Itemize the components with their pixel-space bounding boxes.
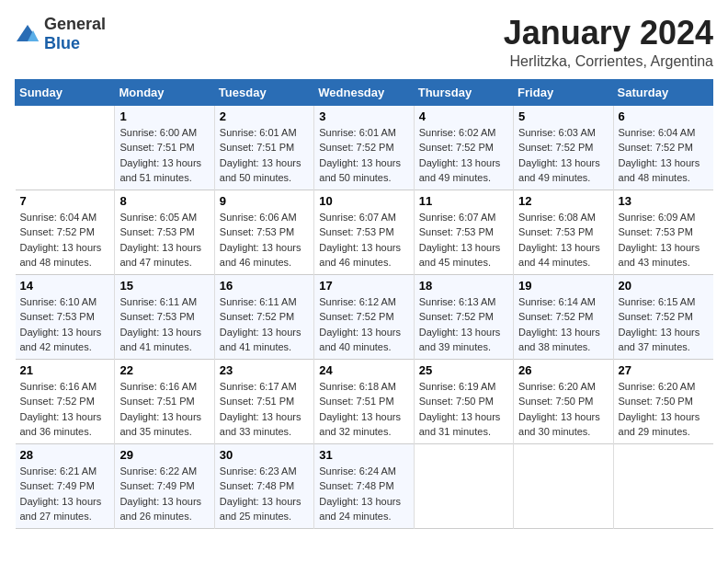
calendar-cell: 17 Sunrise: 6:12 AMSunset: 7:52 PMDaylig… [314,274,414,359]
calendar-cell: 6 Sunrise: 6:04 AMSunset: 7:52 PMDayligh… [613,105,712,190]
day-number: 11 [419,194,508,208]
day-info: Sunrise: 6:16 AMSunset: 7:51 PMDaylight:… [119,381,201,438]
day-number: 23 [220,363,309,377]
calendar-table: SundayMondayTuesdayWednesdayThursdayFrid… [15,79,713,529]
day-number: 7 [20,194,110,208]
logo-general: General [44,15,106,33]
day-number: 14 [20,279,110,293]
day-info: Sunrise: 6:22 AMSunset: 7:49 PMDaylight:… [119,465,201,523]
day-info: Sunrise: 6:01 AMSunset: 7:52 PMDaylight:… [319,127,401,184]
day-info: Sunrise: 6:06 AMSunset: 7:53 PMDaylight:… [220,212,301,269]
logo: General Blue [15,15,106,53]
week-row-3: 21 Sunrise: 6:16 AMSunset: 7:52 PMDaylig… [16,359,713,443]
calendar-cell: 10 Sunrise: 6:07 AMSunset: 7:53 PMDaylig… [314,190,414,274]
calendar-cell: 2 Sunrise: 6:01 AMSunset: 7:51 PMDayligh… [214,105,313,190]
weekday-header-wednesday: Wednesday [314,79,414,105]
day-number: 9 [220,194,309,208]
day-number: 26 [518,363,608,377]
day-info: Sunrise: 6:20 AMSunset: 7:50 PMDaylight:… [619,381,700,438]
day-info: Sunrise: 6:03 AMSunset: 7:52 PMDaylight:… [518,127,600,184]
day-info: Sunrise: 6:20 AMSunset: 7:50 PMDaylight:… [518,381,600,438]
day-number: 10 [319,194,408,208]
weekday-header-friday: Friday [514,79,613,105]
calendar-cell: 8 Sunrise: 6:05 AMSunset: 7:53 PMDayligh… [115,190,214,274]
day-number: 2 [220,109,309,123]
calendar-cell [414,443,513,528]
calendar-cell: 20 Sunrise: 6:15 AMSunset: 7:52 PMDaylig… [613,274,712,359]
calendar-cell: 18 Sunrise: 6:13 AMSunset: 7:52 PMDaylig… [414,274,513,359]
calendar-cell: 29 Sunrise: 6:22 AMSunset: 7:49 PMDaylig… [115,443,214,528]
day-info: Sunrise: 6:01 AMSunset: 7:51 PMDaylight:… [220,127,301,184]
day-info: Sunrise: 6:17 AMSunset: 7:51 PMDaylight:… [220,381,301,438]
calendar-cell: 22 Sunrise: 6:16 AMSunset: 7:51 PMDaylig… [115,359,214,443]
day-number: 5 [518,109,608,123]
calendar-cell: 15 Sunrise: 6:11 AMSunset: 7:53 PMDaylig… [115,274,214,359]
calendar-cell: 23 Sunrise: 6:17 AMSunset: 7:51 PMDaylig… [214,359,313,443]
day-number: 12 [518,194,608,208]
day-number: 31 [319,448,408,462]
day-info: Sunrise: 6:24 AMSunset: 7:48 PMDaylight:… [319,465,401,523]
calendar-cell: 16 Sunrise: 6:11 AMSunset: 7:52 PMDaylig… [214,274,313,359]
day-number: 13 [619,194,709,208]
calendar-cell [613,443,712,528]
calendar-cell [16,105,115,190]
weekday-header-sunday: Sunday [16,79,115,105]
day-info: Sunrise: 6:12 AMSunset: 7:52 PMDaylight:… [319,296,401,353]
day-number: 28 [20,448,110,462]
day-number: 19 [518,279,608,293]
day-info: Sunrise: 6:08 AMSunset: 7:53 PMDaylight:… [518,212,600,269]
title-block: January 2024 Herlitzka, Corrientes, Arge… [504,15,713,70]
day-info: Sunrise: 6:07 AMSunset: 7:53 PMDaylight:… [319,212,401,269]
day-info: Sunrise: 6:09 AMSunset: 7:53 PMDaylight:… [619,212,700,269]
page-header: General Blue January 2024 Herlitzka, Cor… [15,15,713,70]
calendar-cell: 9 Sunrise: 6:06 AMSunset: 7:53 PMDayligh… [214,190,313,274]
calendar-cell: 4 Sunrise: 6:02 AMSunset: 7:52 PMDayligh… [414,105,513,190]
day-number: 16 [220,279,309,293]
day-info: Sunrise: 6:04 AMSunset: 7:52 PMDaylight:… [20,212,102,269]
day-info: Sunrise: 6:14 AMSunset: 7:52 PMDaylight:… [518,296,600,353]
weekday-header-thursday: Thursday [414,79,513,105]
day-number: 27 [619,363,709,377]
day-number: 30 [220,448,309,462]
calendar-cell: 3 Sunrise: 6:01 AMSunset: 7:52 PMDayligh… [314,105,414,190]
calendar-cell: 27 Sunrise: 6:20 AMSunset: 7:50 PMDaylig… [613,359,712,443]
day-info: Sunrise: 6:23 AMSunset: 7:48 PMDaylight:… [220,465,301,523]
calendar-cell: 24 Sunrise: 6:18 AMSunset: 7:51 PMDaylig… [314,359,414,443]
logo-blue: Blue [44,34,80,52]
day-number: 6 [619,109,709,123]
calendar-cell: 28 Sunrise: 6:21 AMSunset: 7:49 PMDaylig… [16,443,115,528]
calendar-cell: 7 Sunrise: 6:04 AMSunset: 7:52 PMDayligh… [16,190,115,274]
week-row-0: 1 Sunrise: 6:00 AMSunset: 7:51 PMDayligh… [16,105,713,190]
calendar-cell: 11 Sunrise: 6:07 AMSunset: 7:53 PMDaylig… [414,190,513,274]
day-info: Sunrise: 6:00 AMSunset: 7:51 PMDaylight:… [119,127,201,184]
weekday-header-row: SundayMondayTuesdayWednesdayThursdayFrid… [16,79,713,105]
day-number: 29 [119,448,209,462]
calendar-cell: 25 Sunrise: 6:19 AMSunset: 7:50 PMDaylig… [414,359,513,443]
calendar-cell: 12 Sunrise: 6:08 AMSunset: 7:53 PMDaylig… [514,190,613,274]
logo-icon [15,23,40,45]
day-info: Sunrise: 6:04 AMSunset: 7:52 PMDaylight:… [619,127,700,184]
day-number: 22 [119,363,209,377]
day-number: 25 [419,363,508,377]
day-number: 1 [119,109,209,123]
day-number: 18 [419,279,508,293]
calendar-cell [514,443,613,528]
day-info: Sunrise: 6:16 AMSunset: 7:52 PMDaylight:… [20,381,102,438]
day-number: 20 [619,279,709,293]
calendar-cell: 1 Sunrise: 6:00 AMSunset: 7:51 PMDayligh… [115,105,214,190]
day-info: Sunrise: 6:11 AMSunset: 7:53 PMDaylight:… [119,296,201,353]
day-info: Sunrise: 6:21 AMSunset: 7:49 PMDaylight:… [20,465,102,523]
day-number: 4 [419,109,508,123]
day-number: 15 [119,279,209,293]
calendar-cell: 13 Sunrise: 6:09 AMSunset: 7:53 PMDaylig… [613,190,712,274]
day-number: 24 [319,363,408,377]
calendar-cell: 21 Sunrise: 6:16 AMSunset: 7:52 PMDaylig… [16,359,115,443]
day-number: 17 [319,279,408,293]
day-info: Sunrise: 6:07 AMSunset: 7:53 PMDaylight:… [419,212,501,269]
day-number: 21 [20,363,110,377]
calendar-cell: 30 Sunrise: 6:23 AMSunset: 7:48 PMDaylig… [214,443,313,528]
day-number: 8 [119,194,209,208]
day-info: Sunrise: 6:13 AMSunset: 7:52 PMDaylight:… [419,296,501,353]
day-info: Sunrise: 6:10 AMSunset: 7:53 PMDaylight:… [20,296,102,353]
week-row-2: 14 Sunrise: 6:10 AMSunset: 7:53 PMDaylig… [16,274,713,359]
